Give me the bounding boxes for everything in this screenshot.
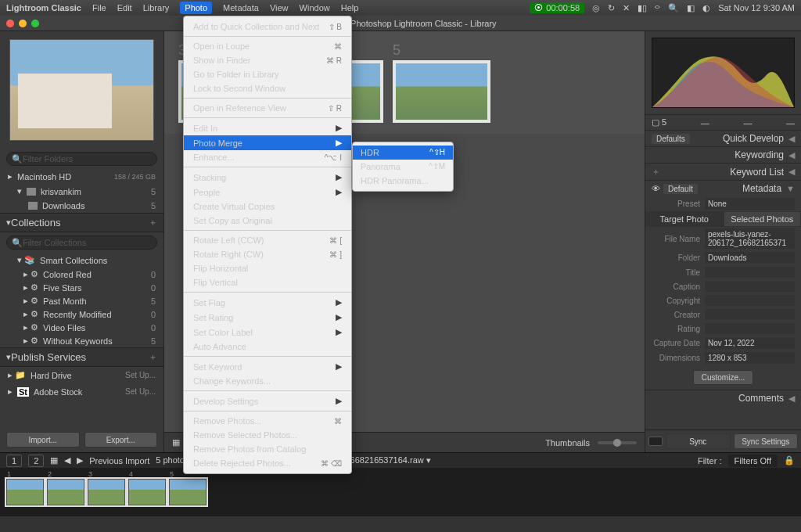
source-label[interactable]: Previous Import (89, 456, 149, 466)
menu-item-set-flag[interactable]: Set Flag▶ (184, 295, 351, 310)
folder-krisvankim[interactable]: ▾ krisvankim5 (0, 184, 163, 199)
tab-target-photo[interactable]: Target Photo (645, 211, 724, 227)
submenu-hdr[interactable]: HDR^⇧H (353, 146, 453, 160)
quick-develop-panel[interactable]: DefaultsQuick Develop◀ (645, 130, 801, 146)
menu-item-open-in-loupe[interactable]: Open in Loupe⌘ (184, 39, 351, 53)
submenu-panorama[interactable]: Panorama^⇧M (353, 160, 453, 174)
menu-help[interactable]: Help (341, 3, 359, 13)
nav-fwd-icon[interactable]: ▶ (77, 455, 83, 466)
volume-row[interactable]: ▸ Macintosh HD158 / 245 GB (0, 169, 163, 184)
menu-item-flip-vertical[interactable]: Flip Vertical (184, 275, 351, 289)
sync-settings-button[interactable]: Sync Settings (734, 433, 799, 449)
thumb-5[interactable]: 5 (393, 42, 490, 123)
battery-icon[interactable]: ▮▯ (638, 3, 647, 13)
menu-file[interactable]: File (92, 3, 106, 13)
histogram[interactable] (652, 38, 795, 108)
siri-icon[interactable]: ◐ (702, 3, 710, 13)
close-window[interactable] (6, 20, 14, 27)
menu-item-change-keywords-[interactable]: Change Keywords... (184, 374, 351, 388)
export-button[interactable]: Export... (84, 432, 158, 448)
menu-item-enhance-[interactable]: Enhance...^⌥ I (184, 150, 351, 164)
menu-item-remove-photos-from-catalog[interactable]: Remove Photos from Catalog (184, 442, 351, 456)
eye-icon[interactable]: 👁 (652, 184, 660, 193)
menu-item-go-to-folder-in-library[interactable]: Go to Folder in Library (184, 67, 351, 81)
wifi-icon[interactable]: ⌔ (655, 3, 660, 13)
menu-item-lock-to-second-window[interactable]: Lock to Second Window (184, 81, 351, 95)
menu-item-photo-merge[interactable]: Photo Merge▶ (184, 135, 351, 150)
fs-thumb-4[interactable]: 4 (128, 479, 166, 505)
monitor-2[interactable]: 2 (28, 455, 44, 467)
sc-without-keywords[interactable]: ▸ ⚙ Without Keywords5 (0, 334, 163, 347)
recording-timer[interactable]: ⦿ 00:00:58 (530, 2, 584, 13)
control-center-icon[interactable]: ◧ (687, 3, 695, 13)
sync-toggle[interactable] (648, 437, 663, 446)
thumbnail-size-slider[interactable] (598, 441, 637, 444)
keyword-list-panel[interactable]: ＋Keyword List◀ (645, 163, 801, 180)
folder-filter-input[interactable]: 🔍 Filter Folders (6, 152, 157, 166)
menu-item-set-color-label[interactable]: Set Color Label▶ (184, 325, 351, 340)
menu-item-rotate-right-cw-[interactable]: Rotate Right (CW)⌘ ] (184, 247, 351, 261)
menu-photo[interactable]: Photo (180, 2, 212, 14)
collections-header[interactable]: ▾ Collections＋ (0, 213, 163, 232)
preset-dropdown[interactable]: None (705, 198, 795, 210)
grid-view-icon[interactable]: ▦ (172, 437, 180, 448)
menu-item-remove-selected-photos-[interactable]: Remove Selected Photos... (184, 428, 351, 442)
menu-item-edit-in[interactable]: Edit In▶ (184, 120, 351, 135)
import-button[interactable]: Import... (6, 432, 80, 448)
menu-item-flip-horizontal[interactable]: Flip Horizontal (184, 261, 351, 275)
menu-item-develop-settings[interactable]: Develop Settings▶ (184, 394, 351, 408)
sc-colored-red[interactable]: ▸ ⚙ Colored Red0 (0, 268, 163, 281)
publish-header[interactable]: ▾ Publish Services＋ (0, 347, 163, 367)
minimize-window[interactable] (19, 20, 27, 27)
smart-collections-header[interactable]: ▾ 📚 Smart Collections (0, 253, 163, 268)
navigator-preview[interactable] (9, 39, 154, 141)
tab-selected-photos[interactable]: Selected Photos (724, 211, 802, 227)
menu-item-stacking[interactable]: Stacking▶ (184, 170, 351, 185)
bluetooth-icon[interactable]: ✕ (623, 3, 630, 13)
menu-item-add-to-quick-collection-and-next[interactable]: Add to Quick Collection and Next⇧ B (184, 20, 351, 34)
clock[interactable]: Sat Nov 12 9:30 AM (718, 3, 795, 13)
cc-icon[interactable]: ◎ (592, 3, 600, 13)
collection-filter-input[interactable]: 🔍 Filter Collections (6, 235, 157, 250)
menu-item-rotate-left-ccw-[interactable]: Rotate Left (CCW)⌘ [ (184, 233, 351, 247)
publish-adobe-stock[interactable]: ▸ St Adobe StockSet Up... (0, 383, 163, 400)
menu-item-set-rating[interactable]: Set Rating▶ (184, 310, 351, 325)
publish-hard-drive[interactable]: ▸ 📁 Hard DriveSet Up... (0, 367, 163, 383)
menu-item-delete-rejected-photos-[interactable]: Delete Rejected Photos...⌘ ⌫ (184, 456, 351, 470)
menu-item-remove-photos-[interactable]: Remove Photos...⌘ (184, 414, 351, 428)
grid-icon[interactable]: ▦ (50, 455, 58, 466)
sc-five-stars[interactable]: ▸ ⚙ Five Stars0 (0, 281, 163, 294)
monitor-1[interactable]: 1 (6, 455, 22, 467)
menu-item-people[interactable]: People▶ (184, 185, 351, 200)
menu-item-set-keyword[interactable]: Set Keyword▶ (184, 359, 351, 374)
comments-panel[interactable]: Comments◀ (645, 390, 801, 406)
menu-metadata[interactable]: Metadata (223, 3, 259, 13)
menu-edit[interactable]: Edit (117, 3, 132, 13)
filter-lock-icon[interactable]: 🔒 (784, 455, 795, 466)
menu-item-create-virtual-copies[interactable]: Create Virtual Copies (184, 200, 351, 214)
menu-item-open-in-reference-view[interactable]: Open in Reference View⇧ R (184, 101, 351, 115)
folder-downloads[interactable]: Downloads5 (0, 199, 163, 213)
search-icon[interactable]: 🔍 (668, 3, 679, 13)
fs-thumb-5[interactable]: 5 (169, 479, 207, 505)
zoom-window[interactable] (31, 20, 39, 27)
keywording-panel[interactable]: Keywording◀ (645, 146, 801, 163)
sc-video-files[interactable]: ▸ ⚙ Video Files0 (0, 321, 163, 334)
filter-dropdown[interactable]: Filters Off (728, 455, 778, 467)
fs-thumb-1[interactable]: 1 (6, 479, 44, 505)
menu-view[interactable]: View (270, 3, 289, 13)
add-collection-icon[interactable]: ＋ (149, 217, 157, 228)
add-publish-icon[interactable]: ＋ (149, 351, 157, 363)
sc-recently-modified[interactable]: ▸ ⚙ Recently Modified0 (0, 307, 163, 321)
updates-icon[interactable]: ↻ (608, 3, 615, 13)
menu-window[interactable]: Window (300, 3, 330, 13)
metadata-panel-header[interactable]: 👁 DefaultMetadata▼ (645, 180, 801, 196)
sync-button[interactable]: Sync (666, 433, 731, 449)
submenu-hdr-panorama-[interactable]: HDR Panorama... (353, 174, 453, 188)
fs-thumb-2[interactable]: 2 (47, 479, 84, 505)
customize-button[interactable]: Customize... (693, 370, 754, 385)
menu-library[interactable]: Library (143, 3, 170, 13)
menu-item-auto-advance[interactable]: Auto Advance (184, 340, 351, 354)
sc-past-month[interactable]: ▸ ⚙ Past Month5 (0, 294, 163, 307)
fs-thumb-3[interactable]: 3 (88, 479, 125, 505)
